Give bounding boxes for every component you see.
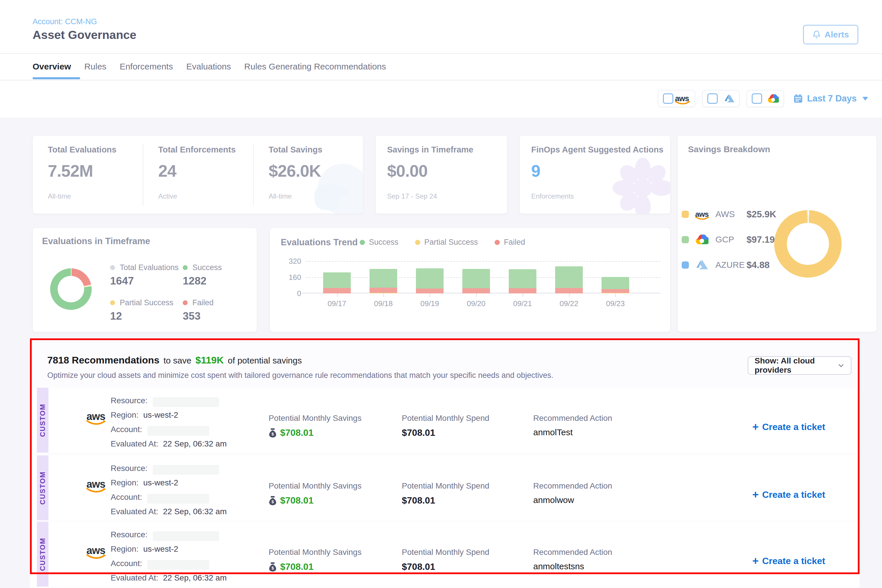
account-value-redacted [147, 494, 209, 504]
custom-tag: CUSTOM [37, 522, 48, 586]
stacked-bar-09/19 [416, 268, 444, 294]
stat-label: Total Evaluations [48, 145, 117, 154]
account-value-redacted [147, 426, 209, 436]
bar-segment-success [462, 269, 490, 288]
header-divider [0, 53, 882, 54]
alerts-button[interactable]: Alerts [803, 25, 858, 44]
stacked-bar-09/22 [555, 266, 583, 294]
legend-color-swatch [682, 211, 689, 218]
custom-tag: CUSTOM [37, 388, 48, 453]
tab-rules[interactable]: Rules [84, 62, 106, 72]
bar-segment-failed [323, 288, 351, 293]
gcp-checkbox[interactable] [752, 93, 762, 104]
stacked-bar-09/17 [323, 272, 351, 294]
x-axis-tick-label: 09/22 [560, 299, 578, 308]
recommendations-to-save: to save [164, 356, 191, 366]
legend-item-aws: aws AWS $25.9K [682, 207, 776, 222]
date-range-picker[interactable]: Last 7 Days [793, 90, 868, 107]
aws-checkbox[interactable] [663, 93, 674, 104]
legend-item-gcp: GCP $97.19 [682, 232, 776, 247]
aws-logo-icon: aws [87, 479, 105, 489]
savings-in-timeframe-card: Savings in Timeframe $0.00 Sep 17 - Sep … [375, 135, 507, 214]
y-axis-tick-label: 160 [286, 273, 301, 282]
bar-segment-success [416, 268, 444, 288]
aws-logo-icon: aws [87, 411, 105, 422]
recommendations-header: 7818 Recommendations to save $119K of po… [47, 354, 554, 380]
bell-icon [812, 30, 821, 39]
evaluations-trend-card: Evaluations Trend Success Partial Succes… [270, 228, 670, 332]
account-label: Account: [111, 559, 142, 568]
y-gridline [306, 261, 660, 262]
resource-value-redacted [153, 397, 219, 407]
x-axis-tick-label: 09/19 [420, 299, 439, 308]
tab-evaluations[interactable]: Evaluations [186, 62, 231, 72]
savings-column-label: Potential Monthly Savings [268, 548, 362, 557]
x-axis-tick-label: 09/17 [327, 299, 346, 308]
bar-segment-failed [602, 289, 629, 293]
resource-label: Resource: [111, 396, 148, 405]
stat-caption: All-time [268, 192, 292, 200]
moneybag-icon: $ [268, 428, 277, 438]
spend-column-label: Potential Monthly Spend [402, 548, 489, 557]
card-title: Evaluations in Timeframe [42, 236, 150, 246]
evaluations-trend-plot: 016032009/1709/1809/1909/2009/2109/2209/… [306, 261, 660, 293]
action-value: anmoltestsns [533, 561, 612, 571]
alerts-button-label: Alerts [824, 30, 849, 39]
stat-value: $26.0K [268, 161, 321, 180]
stat-caption: All-time [48, 192, 71, 200]
plus-icon: + [752, 421, 759, 433]
stat-label: Total Enforcements [158, 145, 236, 154]
x-axis-tick-label: 09/21 [513, 299, 532, 308]
create-ticket-button[interactable]: + Create a ticket [752, 421, 825, 433]
savings-column-label: Potential Monthly Savings [268, 414, 362, 423]
tab-overview[interactable]: Overview [33, 62, 71, 72]
legend-label: Partial Success [424, 238, 478, 247]
spend-column-label: Potential Monthly Spend [402, 414, 489, 423]
resource-value-redacted [153, 531, 219, 541]
region-label: Region: [111, 478, 139, 487]
moneybag-icon: $ [268, 562, 277, 572]
provider-filter-aws[interactable]: aws [658, 90, 695, 107]
provider-savings: $4.88 [747, 260, 770, 270]
y-axis-tick-label: 0 [286, 289, 301, 298]
bar-segment-success [509, 269, 536, 288]
active-tab-underline [33, 77, 80, 79]
resource-label: Resource: [111, 530, 148, 539]
svg-text:$: $ [272, 432, 274, 436]
action-column-label: Recommended Action [533, 482, 612, 490]
bar-segment-success [369, 269, 397, 288]
region-label: Region: [111, 411, 139, 419]
provider-filter-azure[interactable] [702, 90, 740, 107]
savings-value: $708.01 [280, 428, 314, 438]
create-ticket-label: Create a ticket [762, 422, 825, 432]
bar-segment-failed [369, 288, 397, 293]
action-value: anmolTest [533, 428, 612, 437]
recommendations-count: 7818 Recommendations [47, 354, 159, 366]
stacked-bar-09/23 [602, 277, 629, 293]
legend-dot [360, 240, 365, 245]
x-axis-tick [615, 293, 616, 297]
azure-checkbox[interactable] [707, 93, 718, 104]
breadcrumb[interactable]: Account: CCM-NG [33, 17, 97, 26]
x-axis-tick [337, 293, 338, 297]
legend-dot [110, 265, 115, 270]
aws-logo-icon: aws [87, 545, 105, 556]
tab-rules-generating-recommendations[interactable]: Rules Generating Recommendations [244, 62, 386, 72]
recommendation-row: CUSTOM aws Resource: Region: us-west-2 A… [30, 455, 860, 520]
account-value-redacted [147, 560, 209, 570]
provider-savings: $25.9K [747, 209, 776, 220]
gcp-icon [767, 94, 779, 103]
x-axis-tick [430, 293, 430, 297]
create-ticket-button[interactable]: + Create a ticket [752, 555, 825, 567]
bar-segment-failed [462, 288, 490, 293]
action-column-label: Recommended Action [533, 548, 612, 557]
page-title: Asset Governance [33, 28, 136, 42]
provider-filter-gcp[interactable] [747, 90, 784, 107]
moneybag-icon: $ [268, 496, 277, 505]
tab-enforcements[interactable]: Enforcements [120, 62, 173, 72]
x-axis-tick [523, 293, 523, 297]
cloud-provider-filter-dropdown[interactable]: Show: All cloud providers [748, 356, 852, 375]
recommendations-savings-total: $119K [195, 354, 224, 366]
create-ticket-button[interactable]: + Create a ticket [752, 489, 825, 501]
stats-card: Total Evaluations 7.52M All-time Total E… [33, 135, 363, 214]
